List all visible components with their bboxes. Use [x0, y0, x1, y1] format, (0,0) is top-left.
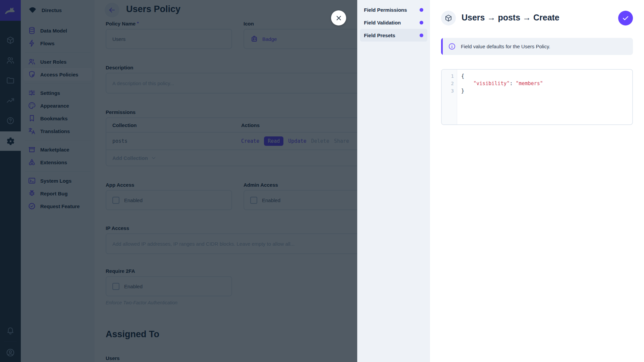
drawer-header: Users → posts → Create — [430, 0, 644, 30]
info-notice: Field value defaults for the Users Polic… — [441, 38, 633, 55]
drawer-header-avatar — [441, 11, 456, 25]
code-line-1: { — [461, 72, 632, 80]
drawer-title: Users → posts → Create — [462, 13, 559, 22]
cube-icon — [444, 14, 452, 22]
info-icon — [448, 43, 456, 50]
close-icon — [335, 14, 342, 22]
save-button[interactable] — [618, 11, 633, 25]
code-line-3: } — [461, 87, 632, 95]
drawer-menu: Field Permissions Field Validation Field… — [357, 0, 430, 362]
presets-code-editor[interactable]: 1 2 3 { "visibility": "members" } — [441, 69, 633, 125]
code-line-2: "visibility": "members" — [461, 80, 632, 87]
notice-text: Field value defaults for the Users Polic… — [461, 44, 550, 49]
directus-app: Directus Data Model Flows User Roles Acc… — [0, 0, 644, 362]
check-icon — [622, 14, 630, 22]
modal-overlay[interactable] — [0, 0, 357, 362]
notice-accent-bar — [441, 38, 443, 55]
close-drawer-button[interactable] — [331, 10, 346, 25]
status-dot — [420, 34, 423, 37]
drawer-content: Users → posts → Create Field value defau… — [430, 0, 644, 362]
code-gutter: 1 2 3 — [442, 70, 457, 124]
line-number: 1 — [442, 72, 454, 80]
code-area[interactable]: { "visibility": "members" } — [457, 70, 632, 124]
menu-item-field-permissions[interactable]: Field Permissions — [360, 3, 427, 16]
status-dot — [420, 21, 423, 24]
line-number: 2 — [442, 80, 454, 87]
line-number: 3 — [442, 87, 454, 95]
menu-item-field-validation[interactable]: Field Validation — [360, 16, 427, 29]
status-dot — [420, 8, 423, 12]
menu-item-field-presets[interactable]: Field Presets — [360, 29, 427, 42]
